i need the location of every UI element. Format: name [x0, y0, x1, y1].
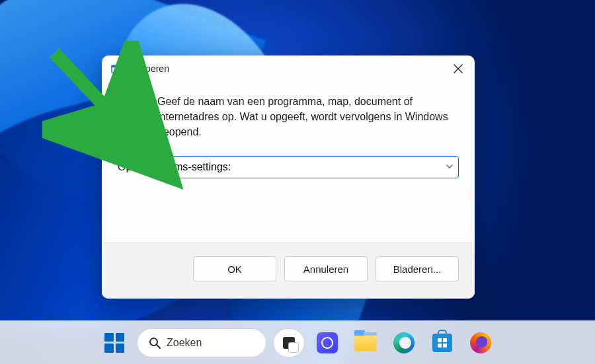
taskbar-app-edge[interactable] — [388, 327, 420, 359]
browse-button[interactable]: Bladeren... — [376, 256, 459, 281]
open-input[interactable] — [167, 156, 459, 178]
taskbar: Zoeken — [0, 320, 595, 364]
run-dialog: Uitvoeren Geef de naam van een programma… — [102, 55, 475, 299]
close-icon — [454, 64, 463, 73]
dialog-body: Geef de naam van een programma, map, doc… — [102, 82, 475, 242]
store-icon — [432, 334, 452, 352]
chat-icon — [317, 332, 338, 353]
file-explorer-icon — [354, 334, 377, 351]
run-icon — [118, 98, 147, 127]
start-button[interactable] — [99, 327, 130, 359]
run-window-icon — [111, 63, 123, 75]
open-label: Openen: — [118, 161, 161, 173]
taskbar-app-firefox[interactable] — [465, 327, 496, 359]
task-view-icon — [283, 337, 295, 349]
taskbar-search[interactable]: Zoeken — [137, 328, 266, 357]
search-icon — [148, 336, 161, 349]
ok-button[interactable]: OK — [193, 256, 276, 281]
close-button[interactable] — [443, 55, 473, 82]
taskbar-app-store[interactable] — [426, 327, 458, 359]
edge-icon — [393, 332, 415, 353]
task-view-button[interactable] — [273, 328, 305, 357]
taskbar-app-explorer[interactable] — [350, 327, 381, 359]
instruction-text: Geef de naam van een programma, map, doc… — [157, 94, 459, 140]
titlebar: Uitvoeren — [102, 55, 475, 82]
open-combobox[interactable] — [167, 156, 459, 178]
dialog-title: Uitvoeren — [130, 63, 443, 74]
firefox-icon — [470, 332, 491, 353]
search-label: Zoeken — [167, 337, 202, 349]
taskbar-app-chat[interactable] — [311, 327, 343, 359]
svg-rect-1 — [112, 65, 122, 67]
dialog-footer: OK Annuleren Bladeren... — [102, 242, 475, 299]
windows-logo-icon — [104, 333, 124, 353]
svg-line-8 — [157, 345, 160, 348]
cancel-button[interactable]: Annuleren — [284, 256, 368, 281]
svg-rect-5 — [120, 104, 141, 108]
